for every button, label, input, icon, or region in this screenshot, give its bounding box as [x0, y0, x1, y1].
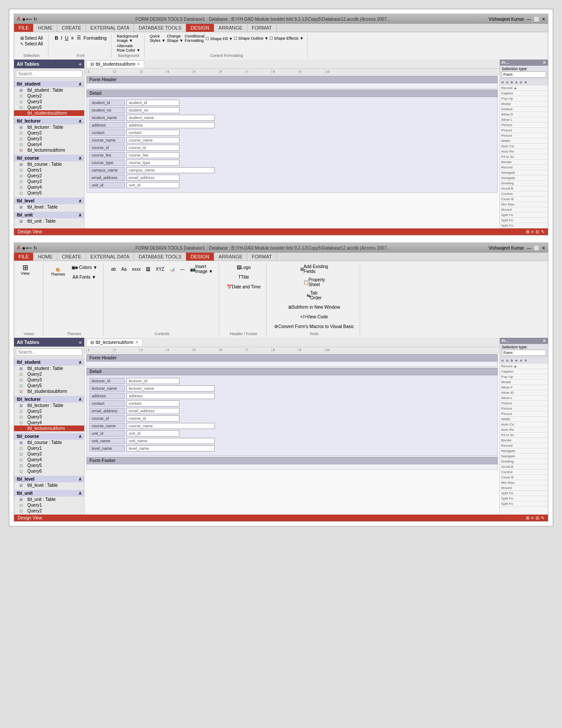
input-student-no[interactable]: student_no: [127, 107, 179, 113]
label-student-id[interactable]: student_id: [89, 100, 125, 106]
datetime-btn-2[interactable]: 📅 Date and Time: [224, 282, 263, 291]
nav-section-header-level-1[interactable]: tbl_level ∧: [14, 198, 84, 204]
nav-item-lec-query3[interactable]: ⊡ Query3: [14, 136, 84, 142]
nav-item-2-tbl-level[interactable]: ⊞ tbl_level : Table: [14, 482, 84, 488]
input-campus-name[interactable]: campus_name: [127, 167, 215, 173]
form-footer-label-2[interactable]: Form Footer: [86, 457, 498, 464]
nav-section-expand-1[interactable]: ∧: [78, 82, 82, 86]
input-2-course-name[interactable]: course_name: [127, 423, 215, 429]
form-detail-label-2[interactable]: Detail: [86, 368, 498, 375]
formatting-btn-1[interactable]: Formatting: [83, 34, 108, 41]
shape-effects-btn-1[interactable]: ☐ Shape Effects ▼: [269, 36, 304, 41]
label-2-lecturer-name[interactable]: lecturer_name: [89, 385, 125, 392]
form-header-label-1[interactable]: Form Header: [86, 76, 498, 83]
input-student-id[interactable]: student_id: [127, 100, 179, 106]
themes-btn-2[interactable]: 🎨 Themes: [48, 265, 67, 279]
label-address-1[interactable]: address: [89, 122, 125, 128]
nav-section-expand-lecturer-1[interactable]: ∧: [78, 119, 82, 123]
insert-btn-2[interactable]: 📷 InsertImage ▼: [188, 263, 215, 275]
form-tab-1[interactable]: ⊟ tbl_studentssubform ✕: [86, 60, 144, 67]
label-2-email-address[interactable]: email_address: [89, 408, 125, 414]
nav-item-course-q3[interactable]: ⊡ Query3: [14, 179, 84, 184]
add-existing-btn-2[interactable]: ⊞ Add ExistingFields: [298, 263, 331, 275]
form-item-1[interactable]: ⊞ Select All: [20, 36, 43, 41]
view-code-btn-2[interactable]: </> View Code: [298, 312, 330, 321]
label-student-no[interactable]: student_no: [89, 107, 125, 113]
input-unit-id-1[interactable]: unit_id: [127, 182, 179, 188]
prop-tab-o[interactable]: o: [505, 80, 509, 85]
status-icon-table-2[interactable]: ⊟: [536, 515, 539, 520]
nav-item-course-q2[interactable]: ⊡ Query2: [14, 173, 84, 179]
label-course-fee[interactable]: course_fee: [89, 152, 125, 158]
input-course-id-1[interactable]: course_id: [127, 145, 179, 151]
label-campus-name[interactable]: campus_name: [89, 167, 125, 173]
nav-item-tbl-student-2[interactable]: ⊞ tbl_student : Table: [14, 366, 84, 371]
tab-create-2[interactable]: CREATE: [57, 253, 86, 261]
nav-item-2-q2[interactable]: ⊡ Query2: [14, 371, 84, 377]
form-tab-close-1[interactable]: ✕: [137, 62, 140, 66]
nav-item-tbl-student-table-1[interactable]: ⊞ tbl_student : Table: [14, 87, 84, 93]
label-2-level-name[interactable]: level_name: [89, 445, 125, 452]
input-course-name-1[interactable]: course_name: [127, 137, 179, 143]
nav-section-expand-course-2[interactable]: ∧: [78, 434, 82, 439]
minimize-btn-1[interactable]: —: [527, 17, 531, 22]
form-tab-close-2[interactable]: ✕: [135, 340, 138, 344]
underline-btn-1[interactable]: U: [64, 34, 69, 41]
property-form-select-2[interactable]: Form: [502, 350, 546, 356]
nav-item-2-tbl-course[interactable]: ⊞ tbl_course : Table: [14, 440, 84, 445]
nav-section-header-level-2[interactable]: tbl_level ∧: [14, 476, 84, 482]
prop-tab-2-a[interactable]: 4: [524, 358, 527, 363]
nav-item-2-tbl-unit[interactable]: ⊞ tbl_unit : Table: [14, 497, 84, 502]
property-pane-close-2[interactable]: ✕: [543, 339, 546, 343]
label-2-address[interactable]: address: [89, 393, 125, 399]
input-course-fee[interactable]: course_fee: [127, 152, 179, 158]
nav-section-header-lecturer-1[interactable]: tbl_lecturer ∧: [14, 118, 84, 124]
nav-item-query2-1[interactable]: ⊡ Query2: [14, 93, 84, 99]
shape-fill-btn-1[interactable]: ☐ Shape Fill ▼: [205, 37, 233, 41]
label-2-contact[interactable]: contact: [89, 400, 125, 407]
maximize-btn-1[interactable]: ⬜: [534, 17, 539, 22]
input-2-course-id[interactable]: course_id: [127, 415, 179, 422]
form-canvas-1[interactable]: Form Header Detail student_id: [85, 75, 499, 228]
nav-section-expand-level-2[interactable]: ∧: [78, 477, 82, 482]
nav-item-2-unit-q2[interactable]: ⊡ Query2: [14, 508, 84, 514]
change-shape-btn-1[interactable]: ChangeShape ▼: [167, 34, 183, 43]
nav-item-2-course-q4[interactable]: ⊡ Query4: [14, 457, 84, 463]
colors-btn-2[interactable]: ▣ ■ Colors ▼: [69, 263, 100, 272]
tab-database-tools-2[interactable]: DATABASE TOOLS: [134, 253, 186, 261]
nav-item-2-course-q1[interactable]: ⊡ Query1: [14, 445, 84, 451]
prop-tab-e[interactable]: e: [514, 80, 518, 85]
tab-design-2[interactable]: DESIGN: [186, 253, 214, 261]
nav-search-input-2[interactable]: [16, 348, 82, 356]
nav-item-studentssubform-1[interactable]: ⊟ tbl_studentssubform: [14, 110, 84, 116]
nav-collapse-icon-2[interactable]: «: [79, 340, 82, 345]
nav-section-header-student-2[interactable]: tbl_student ∧: [14, 359, 84, 366]
nav-section-header-course-1[interactable]: tbl_course ∧: [14, 155, 84, 161]
window-controls-1[interactable]: ■ ⟵ ↻: [22, 17, 37, 22]
bold-btn-1[interactable]: B: [54, 34, 59, 41]
property-pane-close-1[interactable]: ✕: [543, 60, 546, 65]
tab-create-1[interactable]: CREATE: [57, 24, 86, 32]
close-btn-2[interactable]: ✕: [542, 246, 545, 250]
property-form-select-1[interactable]: Form: [502, 71, 546, 78]
form-canvas-2[interactable]: Form Header Detail lecturer_id: [85, 353, 499, 515]
label-student-name[interactable]: student_name: [89, 115, 125, 121]
nav-item-query3-1[interactable]: ⊡ Query3: [14, 99, 84, 105]
label-2-course-id[interactable]: course_id: [89, 415, 125, 422]
status-icon-table-1[interactable]: ⊟: [536, 229, 539, 234]
minimize-btn-2[interactable]: —: [527, 246, 531, 250]
tab-database-tools-1[interactable]: DATABASE TOOLS: [134, 24, 186, 32]
nav-section-expand-level-1[interactable]: ∧: [78, 198, 82, 203]
input-2-address[interactable]: address: [127, 393, 215, 399]
nav-item-tbl-unit-1[interactable]: ⊞ tbl_unit : Table: [14, 218, 84, 224]
nav-collapse-icon[interactable]: «: [79, 61, 82, 67]
property-sheet-btn-2[interactable]: 📋 PropertySheet: [301, 276, 328, 288]
nav-section-header-lecturer-2[interactable]: tbl_lecturer ∧: [14, 396, 84, 403]
status-icon-list-1[interactable]: ≡: [531, 229, 534, 234]
button-btn-2[interactable]: xxxx: [130, 265, 143, 273]
nav-item-lecturersubform-1[interactable]: ⊟ tbl_lecturersubform: [14, 147, 84, 153]
input-address-1[interactable]: address: [127, 122, 215, 128]
input-2-unit-name[interactable]: unit_name: [127, 438, 215, 444]
prop-tab-2-b[interactable]: b: [510, 358, 514, 363]
label-email-address-1[interactable]: email_address: [89, 175, 125, 181]
